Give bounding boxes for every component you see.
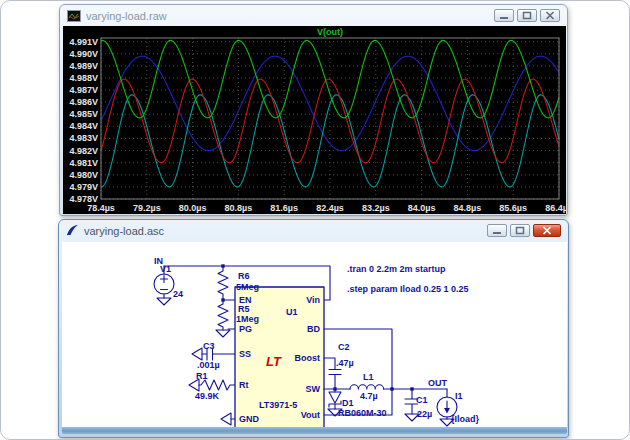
resistor-r5[interactable]	[218, 300, 228, 330]
part-name: R6	[238, 271, 250, 281]
part-value: 22µ	[417, 409, 432, 419]
x-tick-label: 84.0µs	[408, 203, 436, 213]
net-label-out: OUT	[428, 378, 448, 388]
part-name: I1	[455, 391, 463, 401]
pin-label-bd: BD	[307, 324, 320, 334]
minimize-button[interactable]	[487, 224, 507, 237]
close-button[interactable]	[540, 9, 560, 22]
part-value: .001µ	[197, 360, 220, 370]
resistor-r6[interactable]	[218, 266, 228, 300]
part-name: D1	[342, 398, 354, 408]
x-tick-label: 84.8µs	[454, 203, 482, 213]
ground-symbol	[216, 330, 230, 337]
pin-label-ss: SS	[239, 349, 251, 359]
pin-label-pg: PG	[239, 324, 252, 334]
part-value: RB060M-30	[338, 408, 387, 418]
x-tick-label: 82.4µs	[316, 203, 344, 213]
part-name: L1	[363, 372, 374, 382]
ground-symbol	[157, 298, 171, 305]
maximize-icon	[515, 226, 525, 235]
y-tick-label: 4.978V	[69, 194, 98, 204]
part-name: R1	[196, 371, 208, 381]
part-name: C2	[338, 342, 350, 352]
inductor-l1[interactable]	[350, 385, 384, 389]
lt-logo: LT	[266, 354, 282, 369]
spice-directive-step: .step param Iload 0.25 1 0.25	[347, 284, 469, 294]
waveform-plot-area[interactable]: 78.4µs79.2µs80.0µs80.8µs81.6µs82.4µs83.2…	[63, 26, 566, 214]
schematic-window-titlebar[interactable]: varying-load.asc	[59, 220, 568, 241]
part-value: 49.9K	[195, 391, 220, 401]
close-icon	[545, 11, 555, 20]
y-tick-label: 4.989V	[69, 61, 98, 71]
schematic-window: varying-load.asc	[58, 219, 569, 438]
close-button[interactable]	[533, 224, 561, 237]
trace-name-label[interactable]: V(out)	[317, 27, 343, 37]
part-value: {Iload}	[451, 414, 480, 424]
ic-refdes: U1	[286, 307, 298, 317]
y-tick-label: 4.991V	[69, 37, 98, 47]
y-tick-label: 4.979V	[69, 182, 98, 192]
waveform-window: varying-load.raw 78.4µs79.2µs80.0µs80.8µ…	[59, 4, 568, 216]
x-tick-label: 81.6µs	[270, 203, 298, 213]
schematic[interactable]: IN V1 24 R6 5Meg R5 1Meg C3 .001µ R1 49.…	[62, 242, 567, 428]
part-value: 1Meg	[236, 314, 259, 324]
maximize-button[interactable]	[517, 9, 537, 22]
part-value: 24	[173, 289, 183, 299]
y-tick-label: 4.983V	[69, 133, 98, 143]
part-value: 5Meg	[236, 282, 259, 292]
pin-label-gnd: GND	[239, 414, 260, 424]
window-title: varying-load.asc	[84, 225, 482, 237]
minimize-button[interactable]	[494, 9, 514, 22]
y-tick-label: 4.981V	[69, 158, 98, 168]
x-tick-label: 79.2µs	[133, 203, 161, 213]
x-tick-label: 83.2µs	[362, 203, 390, 213]
y-tick-label: 4.986V	[69, 97, 98, 107]
waveform-window-icon	[67, 10, 81, 22]
spice-directive-tran: .tran 0 2.2m 2m startup	[347, 264, 446, 274]
waveform-plot[interactable]: 78.4µs79.2µs80.0µs80.8µs81.6µs82.4µs83.2…	[63, 26, 566, 214]
y-tick-label: 4.980V	[69, 170, 98, 180]
close-icon	[542, 226, 552, 235]
minimize-icon	[492, 226, 502, 235]
part-name: R5	[238, 304, 250, 314]
part-value: .47µ	[336, 358, 354, 368]
window-bottom-frame	[62, 427, 567, 434]
desktop: varying-load.raw 78.4µs79.2µs80.0µs80.8µ…	[0, 0, 630, 440]
window-title: varying-load.raw	[86, 10, 489, 22]
ic-part-number: LT3971-5	[259, 400, 297, 410]
pin-label-rt: Rt	[239, 380, 249, 390]
trace-cyan	[101, 95, 559, 187]
ltspice-icon	[66, 224, 79, 237]
ground-symbol	[192, 348, 202, 360]
maximize-button[interactable]	[510, 224, 530, 237]
gnd-pin	[221, 413, 235, 425]
pin-label-en: EN	[239, 295, 252, 305]
waveform-window-titlebar[interactable]: varying-load.raw	[60, 5, 567, 26]
x-tick-label: 86.4µs	[545, 203, 566, 213]
minimize-icon	[499, 11, 509, 20]
x-tick-label: 78.4µs	[87, 203, 115, 213]
y-tick-label: 4.985V	[69, 109, 98, 119]
pin-label-vin: Vin	[306, 295, 320, 305]
maximize-icon	[522, 11, 532, 20]
part-name: V1	[160, 264, 171, 274]
x-tick-label: 85.6µs	[499, 203, 527, 213]
part-name: C1	[416, 395, 428, 405]
part-name: C3	[203, 341, 215, 351]
pin-label-vout: Vout	[301, 410, 320, 420]
y-tick-label: 4.982V	[69, 146, 98, 156]
x-tick-label: 80.0µs	[179, 203, 207, 213]
pin-label-sw: SW	[306, 384, 321, 394]
schematic-canvas[interactable]: IN V1 24 R6 5Meg R5 1Meg C3 .001µ R1 49.…	[62, 242, 567, 428]
part-value: 4.7µ	[360, 391, 378, 401]
pin-label-boost: Boost	[295, 353, 321, 363]
y-tick-label: 4.987V	[69, 85, 98, 95]
y-tick-label: 4.988V	[69, 73, 98, 83]
y-tick-label: 4.984V	[69, 121, 98, 131]
y-tick-label: 4.990V	[69, 49, 98, 59]
x-tick-label: 80.8µs	[225, 203, 253, 213]
